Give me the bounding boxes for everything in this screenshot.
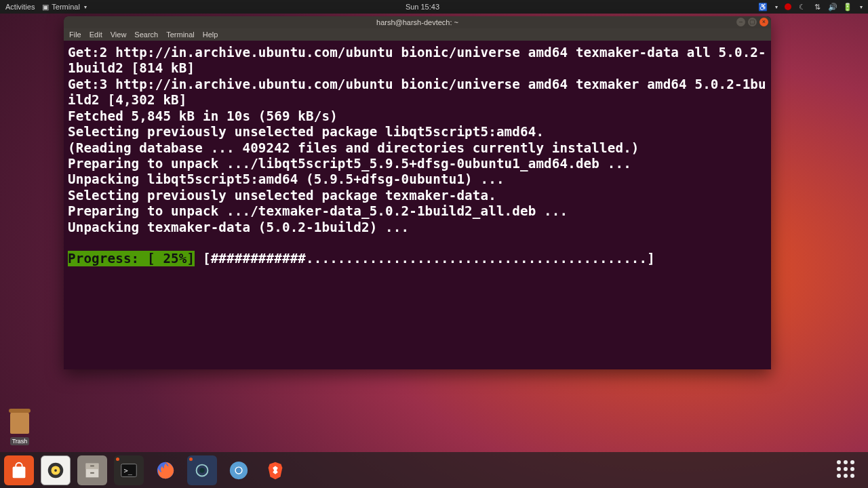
svg-text:>_: >_ — [124, 466, 133, 474]
night-mode-icon[interactable]: ☾ — [798, 3, 806, 12]
show-applications-button[interactable] — [837, 460, 857, 481]
activities-button[interactable]: Activities — [5, 3, 35, 11]
dock-app-chromium[interactable] — [224, 455, 254, 485]
terminal-line: Selecting previously unselected package … — [68, 188, 496, 203]
terminal-line: (Reading database ... 409242 files and d… — [68, 140, 639, 156]
speaker-icon — [45, 460, 66, 481]
window-close-button[interactable]: × — [760, 18, 768, 26]
svg-point-13 — [199, 468, 205, 473]
shopping-bag-icon — [9, 460, 29, 481]
dock-app-firefox[interactable] — [151, 455, 180, 485]
terminal-window: harsh@harsh-devtech: ~ – ▢ × File Edit V… — [64, 16, 771, 369]
window-minimize-button[interactable]: – — [736, 18, 745, 26]
menu-view[interactable]: View — [111, 30, 127, 39]
chromium-icon — [229, 460, 249, 481]
trash-label: Trash — [10, 437, 30, 445]
chevron-down-icon: ▾ — [775, 4, 778, 10]
obs-icon — [192, 460, 212, 481]
progress-label: Progress: [ 25%] — [68, 251, 195, 266]
window-title: harsh@harsh-devtech: ~ — [376, 18, 458, 26]
dock: >_ — [0, 452, 868, 488]
dock-app-terminal[interactable]: >_ — [114, 455, 144, 485]
volume-icon[interactable]: 🔊 — [828, 3, 836, 12]
svg-rect-6 — [90, 465, 94, 466]
terminal-menubar: File Edit View Search Terminal Help — [64, 28, 771, 41]
app-menu[interactable]: ▣ Terminal ▾ — [41, 3, 87, 12]
app-menu-label: Terminal — [52, 3, 80, 11]
chevron-down-icon: ▾ — [860, 4, 863, 10]
terminal-line: Preparing to unpack .../texmaker-data_5.… — [68, 203, 568, 219]
dock-app-obs[interactable] — [187, 455, 217, 485]
progress-bar: [############...........................… — [195, 251, 655, 266]
terminal-line: Get:3 http://in.archive.ubuntu.com/ubunt… — [68, 77, 766, 108]
gnome-top-bar: Activities ▣ Terminal ▾ Sun 15:43 ♿ ▾ ☾ … — [0, 0, 868, 14]
menu-file[interactable]: File — [69, 30, 81, 39]
file-cabinet-icon — [82, 460, 102, 481]
record-indicator-icon[interactable] — [785, 3, 791, 11]
brave-icon — [265, 460, 285, 481]
window-titlebar[interactable]: harsh@harsh-devtech: ~ – ▢ × — [64, 16, 771, 28]
terminal-icon: >_ — [119, 460, 139, 481]
menu-search[interactable]: Search — [134, 30, 158, 39]
trash-icon — [10, 412, 29, 434]
svg-point-3 — [54, 469, 57, 472]
svg-rect-0 — [13, 466, 26, 478]
dock-app-rhythmbox[interactable] — [41, 455, 71, 485]
dock-app-ubuntu-software[interactable] — [4, 455, 34, 485]
terminal-line: Unpacking libqt5script5:amd64 (5.9.5+dfs… — [68, 171, 505, 187]
clock[interactable]: Sun 15:43 — [87, 3, 758, 11]
terminal-line: Selecting previously unselected package … — [68, 124, 544, 140]
dock-app-files[interactable] — [77, 455, 107, 485]
svg-point-16 — [236, 467, 241, 472]
menu-terminal[interactable]: Terminal — [166, 30, 195, 39]
svg-rect-7 — [90, 472, 94, 473]
desktop-trash[interactable]: Trash — [7, 412, 33, 446]
terminal-indicator-icon: ▣ — [41, 3, 50, 12]
terminal-output[interactable]: Get:2 http://in.archive.ubuntu.com/ubunt… — [64, 41, 771, 369]
terminal-line: Fetched 5,845 kB in 10s (569 kB/s) — [68, 108, 338, 124]
firefox-icon — [155, 460, 176, 481]
dock-app-brave[interactable] — [260, 455, 290, 485]
menu-edit[interactable]: Edit — [90, 30, 102, 39]
network-icon[interactable]: ⇅ — [813, 3, 821, 12]
window-maximize-button[interactable]: ▢ — [748, 18, 757, 26]
accessibility-icon[interactable]: ♿ — [758, 3, 766, 12]
terminal-line: Preparing to unpack .../libqt5script5_5.… — [68, 156, 631, 171]
terminal-line: Get:2 http://in.archive.ubuntu.com/ubunt… — [68, 45, 766, 76]
battery-icon[interactable]: 🔋 — [843, 3, 851, 12]
terminal-line: Unpacking texmaker-data (5.0.2-1build2) … — [68, 220, 409, 235]
menu-help[interactable]: Help — [203, 30, 218, 39]
